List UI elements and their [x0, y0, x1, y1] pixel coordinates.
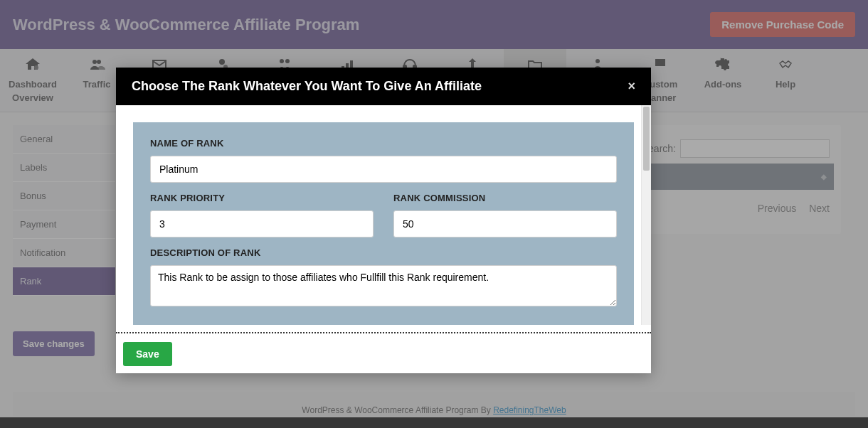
modal-scrollbar[interactable]: [641, 105, 651, 325]
modal-body: NAME OF RANK RANK PRIORITY RANK COMMISSI…: [116, 105, 651, 325]
rank-modal: Choose The Rank Whatever You Want To Giv…: [116, 68, 651, 373]
modal-header: Choose The Rank Whatever You Want To Giv…: [116, 68, 651, 105]
save-button[interactable]: Save: [123, 342, 172, 366]
modal-title: Choose The Rank Whatever You Want To Giv…: [132, 79, 482, 94]
form-card: NAME OF RANK RANK PRIORITY RANK COMMISSI…: [133, 122, 634, 325]
modal-footer: Save: [116, 333, 651, 373]
rank-commission-label: RANK COMMISSION: [393, 193, 617, 203]
rank-priority-label: RANK PRIORITY: [150, 193, 374, 203]
close-icon[interactable]: ×: [628, 79, 635, 94]
description-label: DESCRIPTION OF RANK: [150, 247, 617, 258]
name-of-rank-label: NAME OF RANK: [150, 138, 617, 149]
name-of-rank-input[interactable]: [150, 156, 617, 183]
rank-commission-input[interactable]: [393, 210, 617, 237]
modal-scrollbar-thumb[interactable]: [643, 107, 650, 171]
description-textarea[interactable]: [150, 265, 617, 306]
rank-priority-input[interactable]: [150, 210, 374, 237]
